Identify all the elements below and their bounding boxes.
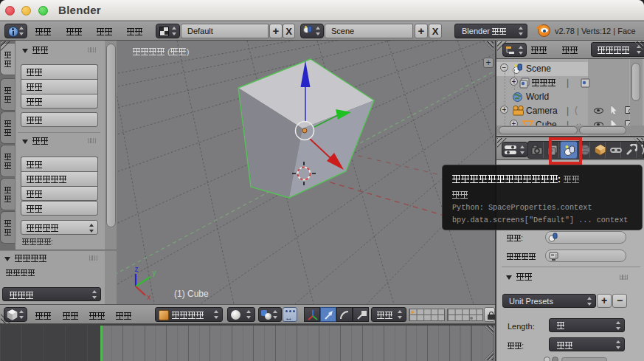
svg-text:z: z <box>135 265 139 273</box>
svg-text:y: y <box>153 269 156 277</box>
svg-text:x: x <box>148 293 151 301</box>
